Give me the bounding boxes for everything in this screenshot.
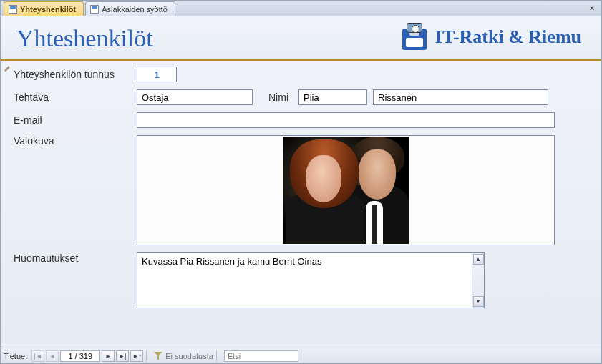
record-navigator: Tietue: |◄ ◄ ► ►| ►* Ei suodatusta <box>1 348 601 363</box>
brand: IT-Ratki & Riemu <box>401 24 581 50</box>
form-window: Yhteyshenkilöt Asiakkaiden syöttö × Yhte… <box>0 0 602 364</box>
close-icon[interactable]: × <box>587 3 597 13</box>
nav-prev-button[interactable]: ◄ <box>46 350 59 362</box>
tab-bar: Yhteyshenkilöt Asiakkaiden syöttö × <box>1 1 601 16</box>
label-role: Tehtävä <box>14 92 137 103</box>
record-label: Tietue: <box>4 352 30 360</box>
nav-first-button[interactable]: |◄ <box>31 350 44 362</box>
scroll-up-icon[interactable]: ▲ <box>473 254 484 265</box>
separator <box>146 350 147 362</box>
label-id: Yhteyshenkilön tunnus <box>14 69 137 80</box>
prev-icon: ◄ <box>49 353 56 360</box>
photo-frame[interactable] <box>137 135 555 245</box>
first-name-field[interactable] <box>298 89 367 105</box>
label-photo: Valokuva <box>14 135 137 147</box>
last-name-field[interactable] <box>373 89 548 105</box>
funnel-icon <box>154 352 162 360</box>
page-title: Yhteshenkilöt <box>16 19 153 55</box>
notes-field-wrap: ▲ ▼ <box>137 252 485 308</box>
first-icon: |◄ <box>34 353 42 360</box>
label-name: Nimi <box>253 92 293 103</box>
nav-last-button[interactable]: ►| <box>116 350 129 362</box>
form-body: Yhteyshenkilön tunnus Tehtävä Nimi E-mai… <box>1 61 601 348</box>
filter-text: Ei suodatusta <box>165 352 213 360</box>
tab-yhteyshenkilot[interactable]: Yhteyshenkilöt <box>4 1 84 16</box>
next-icon: ► <box>105 353 112 360</box>
filter-status[interactable]: Ei suodatusta <box>154 352 213 360</box>
form-icon <box>9 5 17 14</box>
form-header: Yhteshenkilöt IT-Ratki & Riemu <box>1 16 601 61</box>
form-icon <box>90 5 99 14</box>
tab-label: Yhteyshenkilöt <box>20 5 76 14</box>
contact-photo <box>283 137 409 244</box>
id-field[interactable] <box>137 67 177 82</box>
role-field[interactable] <box>137 89 253 105</box>
scroll-down-icon[interactable]: ▼ <box>473 296 484 307</box>
nav-new-button[interactable]: ►* <box>130 350 143 362</box>
label-notes: Huomautukset <box>14 252 137 264</box>
new-record-icon: ►* <box>132 353 141 360</box>
notes-scrollbar[interactable]: ▲ ▼ <box>472 253 484 308</box>
last-icon: ►| <box>119 353 127 360</box>
floppy-camera-icon <box>401 24 428 50</box>
email-field[interactable] <box>137 112 555 128</box>
edit-indicator-icon <box>4 65 11 72</box>
nav-next-button[interactable]: ► <box>102 350 115 362</box>
brand-text: IT-Ratki & Riemu <box>435 26 581 48</box>
record-position-field[interactable] <box>60 350 100 362</box>
search-input[interactable] <box>224 350 298 362</box>
separator <box>216 350 217 362</box>
tab-asiakkaiden-syotto[interactable]: Asiakkaiden syöttö <box>85 1 175 16</box>
label-email: E-mail <box>14 114 137 126</box>
notes-field[interactable] <box>137 253 472 308</box>
tab-label: Asiakkaiden syöttö <box>102 5 168 14</box>
